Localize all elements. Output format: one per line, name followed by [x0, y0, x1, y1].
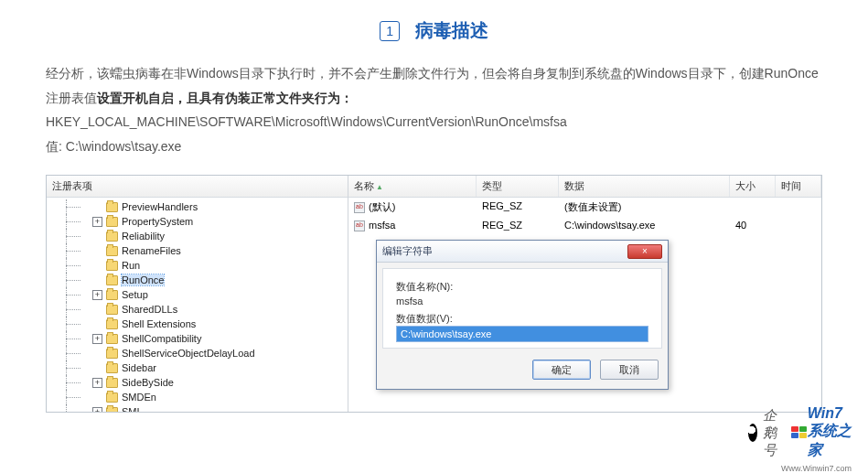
collapse-icon — [92, 349, 102, 359]
dialog-buttons: 确定 取消 — [377, 354, 668, 389]
expand-icon[interactable]: + — [92, 217, 102, 227]
value-row[interactable]: msfsaREG_SZC:\windows\tsay.exe40 — [348, 217, 821, 234]
watermark-text: 企鹅号 — [763, 407, 783, 459]
collapse-icon — [92, 246, 102, 256]
penguin-icon — [748, 424, 757, 442]
tree-item-sidebar[interactable]: Sidebar — [47, 360, 348, 375]
tree-label: RenameFiles — [122, 245, 181, 256]
collapse-icon — [92, 319, 102, 329]
windows-flag-icon — [791, 426, 799, 439]
registry-tree[interactable]: PreviewHandlers+PropertySystemReliabilit… — [47, 198, 348, 412]
values-list[interactable]: (默认)REG_SZ(数值未设置)msfsaREG_SZC:\windows\t… — [348, 198, 821, 234]
tree-item-run[interactable]: Run — [47, 258, 348, 273]
folder-icon — [106, 305, 118, 315]
folder-icon — [106, 319, 118, 329]
tree-label: Sidebar — [122, 362, 156, 373]
tree-label: SharedDLLs — [122, 304, 177, 315]
tree-item-renamefiles[interactable]: RenameFiles — [47, 243, 348, 258]
registry-tree-pane: 注册表项 PreviewHandlers+PropertySystemRelia… — [47, 176, 348, 412]
tree-item-shellcompatibility[interactable]: +ShellCompatibility — [47, 331, 348, 346]
string-value-icon — [354, 202, 365, 213]
tree-label: SMDEn — [122, 392, 156, 403]
collapse-icon — [92, 275, 102, 285]
dialog-titlebar[interactable]: 编辑字符串 × — [377, 241, 668, 263]
section-heading: 1 病毒描述 — [46, 18, 822, 43]
cancel-button[interactable]: 取消 — [600, 360, 659, 380]
registry-editor-screenshot: 注册表项 PreviewHandlers+PropertySystemRelia… — [46, 175, 822, 413]
tree-label: PreviewHandlers — [122, 201, 198, 212]
tree-item-reliability[interactable]: Reliability — [47, 229, 348, 243]
sort-arrow-icon: ▲ — [376, 183, 383, 191]
edit-string-dialog: 编辑字符串 × 数值名称(N): msfsa 数值数据(V): 确定 取消 — [376, 240, 669, 390]
tree-label: Setup — [122, 289, 148, 300]
folder-icon — [106, 246, 118, 256]
collapse-icon — [92, 202, 102, 212]
close-icon[interactable]: × — [627, 244, 662, 259]
heading-title: 病毒描述 — [415, 18, 488, 43]
ok-button[interactable]: 确定 — [532, 360, 591, 380]
value-name-text: msfsa — [396, 296, 648, 306]
tree-label: Shell Extensions — [122, 318, 196, 329]
folder-icon — [106, 407, 118, 413]
value-name-label: 数值名称(N): — [396, 280, 648, 294]
tree-item-shell-extensions[interactable]: Shell Extensions — [47, 317, 348, 331]
tree-label: RunOnce — [122, 274, 164, 285]
folder-icon — [106, 378, 118, 388]
tree-item-smi[interactable]: +SMI — [47, 404, 348, 412]
value-data-label: 数值数据(V): — [396, 312, 648, 326]
brand-text: Win7系统之家 — [808, 405, 853, 460]
tree-label: Run — [122, 260, 140, 271]
folder-icon — [106, 349, 118, 359]
string-value-icon — [354, 220, 365, 231]
folder-icon — [106, 334, 118, 344]
tree-header: 注册表项 — [47, 176, 348, 198]
dialog-body: 数值名称(N): msfsa 数值数据(V): — [382, 268, 662, 349]
tree-item-smden[interactable]: SMDEn — [47, 390, 348, 404]
folder-icon — [106, 202, 118, 212]
expand-icon[interactable]: + — [92, 407, 102, 413]
folder-icon — [106, 392, 118, 403]
desc-registry-path: HKEY_LOCAL_MACHINE\SOFTWARE\Microsoft\Wi… — [46, 114, 567, 129]
col-type[interactable]: 类型 — [477, 176, 559, 197]
tree-item-sidebyside[interactable]: +SideBySide — [47, 375, 348, 390]
col-size[interactable]: 大小 — [730, 176, 776, 197]
collapse-icon — [92, 363, 102, 373]
collapse-icon — [92, 392, 102, 403]
expand-icon[interactable]: + — [92, 334, 102, 344]
heading-number: 1 — [380, 21, 400, 41]
tree-item-shareddlls[interactable]: SharedDLLs — [47, 302, 348, 317]
col-name[interactable]: 名称▲ — [348, 176, 477, 197]
collapse-icon — [92, 261, 102, 271]
folder-icon — [106, 231, 118, 242]
folder-icon — [106, 217, 118, 227]
tree-label: SideBySide — [122, 377, 174, 388]
tree-label: SMI — [122, 406, 140, 412]
folder-icon — [106, 275, 118, 285]
registry-values-pane: 名称▲ 类型 数据 大小 时间 (默认)REG_SZ(数值未设置)msfsaRE… — [348, 176, 821, 412]
tree-label: Reliability — [122, 231, 165, 242]
desc-value: C:\windows\tsay.exe — [66, 139, 182, 154]
description-paragraph: 经分析，该蠕虫病毒在非Windows目录下执行时，并不会产生删除文件行为，但会将… — [46, 61, 822, 158]
tree-label: ShellServiceObjectDelayLoad — [122, 348, 255, 359]
brand-subtext: Www.Winwin7.com — [781, 464, 852, 473]
folder-icon — [106, 290, 118, 300]
value-data-input[interactable] — [396, 326, 648, 342]
desc-emphasis: 设置开机自启，且具有伪装正常文件夹行为： — [97, 91, 353, 105]
folder-icon — [106, 261, 118, 271]
folder-icon — [106, 363, 118, 373]
tree-item-setup[interactable]: +Setup — [47, 287, 348, 302]
expand-icon[interactable]: + — [92, 290, 102, 300]
value-row[interactable]: (默认)REG_SZ(数值未设置) — [348, 198, 821, 217]
tree-item-shellserviceobjectdelayload[interactable]: ShellServiceObjectDelayLoad — [47, 346, 348, 360]
tree-item-runonce[interactable]: RunOnce — [47, 273, 348, 287]
tree-item-propertysystem[interactable]: +PropertySystem — [47, 214, 348, 229]
col-time[interactable]: 时间 — [776, 176, 821, 197]
values-header: 名称▲ 类型 数据 大小 时间 — [348, 176, 821, 198]
col-data[interactable]: 数据 — [559, 176, 730, 197]
tree-item-previewhandlers[interactable]: PreviewHandlers — [47, 199, 348, 214]
desc-value-label: 值: — [46, 139, 66, 154]
tree-label: PropertySystem — [122, 216, 193, 227]
expand-icon[interactable]: + — [92, 378, 102, 388]
collapse-icon — [92, 231, 102, 242]
tree-label: ShellCompatibility — [122, 333, 201, 344]
